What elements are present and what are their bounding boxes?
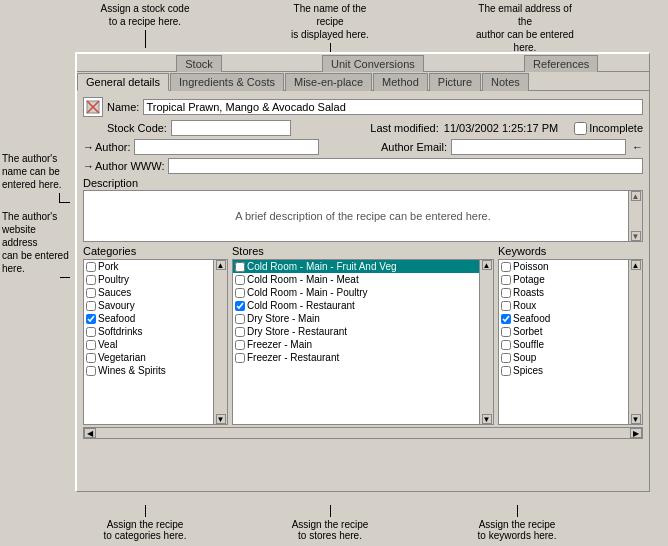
description-scrollbar[interactable]: ▲ ▼	[628, 191, 642, 241]
outer-container: Assign a stock code to a recipe here. Th…	[0, 0, 668, 546]
list-item[interactable]: Savoury	[84, 299, 213, 312]
list-item[interactable]: Sauces	[84, 286, 213, 299]
scroll-up-btn[interactable]: ▲	[631, 191, 641, 201]
author-label: Author:	[95, 141, 130, 153]
list-item[interactable]: Cold Room - Main - Fruit And Veg	[233, 260, 479, 273]
list-item[interactable]: Vegetarian	[84, 351, 213, 364]
stores-scroll-down[interactable]: ▼	[482, 414, 492, 424]
list-item[interactable]: Cold Room - Main - Poultry	[233, 286, 479, 299]
authoremail-arrow: ←	[632, 141, 643, 153]
list-item[interactable]: Dry Store - Main	[233, 312, 479, 325]
lastmodified-text: Last modified: 11/03/2002 1:25:17 PM	[370, 122, 558, 134]
author-row: → Author: Author Email: ←	[83, 139, 643, 155]
list-item[interactable]: Spices	[499, 364, 628, 377]
list-item[interactable]: Veal	[84, 338, 213, 351]
description-placeholder: A brief description of the recipe can be…	[235, 210, 491, 222]
list-item[interactable]: Souffle	[499, 338, 628, 351]
list-item[interactable]: Seafood	[499, 312, 628, 325]
authorwww-row: → Author WWW:	[83, 158, 643, 174]
www-arrow: →	[83, 160, 91, 172]
list-item[interactable]: Freezer - Main	[233, 338, 479, 351]
content-area: Name: Stock Code: Last modified: 11/03/2…	[77, 91, 649, 443]
hscroll-left[interactable]: ◀	[84, 428, 96, 438]
horizontal-scrollbar[interactable]: ◀ ▶	[83, 427, 643, 439]
stockcode-label: Stock Code:	[107, 122, 167, 134]
annotation-categories: Assign the recipe to categories here.	[95, 505, 195, 541]
author-input[interactable]	[134, 139, 319, 155]
list-item[interactable]: Sorbet	[499, 325, 628, 338]
author-arrow: →	[83, 141, 91, 153]
main-panel: Stock Unit Conversions References Genera…	[75, 52, 650, 492]
list-item[interactable]: Cold Room - Restaurant	[233, 299, 479, 312]
incomplete-checkbox[interactable]	[574, 122, 587, 135]
tab-stock[interactable]: Stock	[176, 55, 222, 72]
list-item[interactable]: Poultry	[84, 273, 213, 286]
annotation-stockcode: Assign a stock code to a recipe here.	[95, 2, 195, 48]
name-label: Name:	[107, 101, 139, 113]
three-columns: Categories Pork Poultry Sauces Savoury S…	[83, 245, 643, 425]
scroll-down-btn[interactable]: ▼	[631, 231, 641, 241]
list-item[interactable]: Cold Room - Main - Meat	[233, 273, 479, 286]
top-tab-row: Stock Unit Conversions References	[77, 54, 649, 72]
authoremail-input[interactable]	[451, 139, 626, 155]
tab-generaldetails[interactable]: General details	[77, 73, 169, 91]
list-item[interactable]: Wines & Spirits	[84, 364, 213, 377]
tab-unitconversions[interactable]: Unit Conversions	[322, 55, 424, 72]
annotation-stores: Assign the recipe to stores here.	[275, 505, 385, 541]
name-row: Name:	[83, 97, 643, 117]
keywords-scrollbar[interactable]: ▲ ▼	[628, 260, 642, 424]
list-item[interactable]: Seafood	[84, 312, 213, 325]
list-item[interactable]: Soup	[499, 351, 628, 364]
tab-method[interactable]: Method	[373, 73, 428, 91]
tab-ingredientscosts[interactable]: Ingredients & Costs	[170, 73, 284, 91]
stores-scrollbar[interactable]: ▲ ▼	[479, 260, 493, 424]
authorwww-input[interactable]	[168, 158, 643, 174]
categories-scrollbar[interactable]: ▲ ▼	[213, 260, 227, 424]
bottom-tab-row: General details Ingredients & Costs Mise…	[77, 72, 649, 91]
stores-section: Stores Cold Room - Main - Fruit And Veg …	[232, 245, 494, 425]
keywords-header: Keywords	[498, 245, 643, 257]
list-item[interactable]: Softdrinks	[84, 325, 213, 338]
stores-scroll-up[interactable]: ▲	[482, 260, 492, 270]
list-item[interactable]: Poisson	[499, 260, 628, 273]
cat-scroll-down[interactable]: ▼	[216, 414, 226, 424]
stores-list[interactable]: Cold Room - Main - Fruit And Veg Cold Ro…	[233, 260, 479, 424]
tab-picture[interactable]: Picture	[429, 73, 481, 91]
name-input[interactable]	[143, 99, 643, 115]
description-box: A brief description of the recipe can be…	[83, 190, 643, 242]
tab-references[interactable]: References	[524, 55, 598, 72]
incomplete-label: Incomplete	[589, 122, 643, 134]
description-label: Description	[83, 177, 643, 189]
list-item[interactable]: Roux	[499, 299, 628, 312]
cat-scroll-up[interactable]: ▲	[216, 260, 226, 270]
tab-misenplace[interactable]: Mise-en-place	[285, 73, 372, 91]
annotation-author: The author's name can be entered here.	[2, 152, 70, 203]
list-item[interactable]: Pork	[84, 260, 213, 273]
categories-header: Categories	[83, 245, 228, 257]
kw-scroll-down[interactable]: ▼	[631, 414, 641, 424]
list-item[interactable]: Dry Store - Restaurant	[233, 325, 479, 338]
tab-notes[interactable]: Notes	[482, 73, 529, 91]
hscroll-right[interactable]: ▶	[630, 428, 642, 438]
description-section: Description A brief description of the r…	[83, 177, 643, 242]
authorwww-label: Author WWW:	[95, 160, 164, 172]
categories-list[interactable]: Pork Poultry Sauces Savoury Seafood Soft…	[84, 260, 213, 424]
annotation-keywords: Assign the recipe to keywords here.	[462, 505, 572, 541]
categories-section: Categories Pork Poultry Sauces Savoury S…	[83, 245, 228, 425]
list-item[interactable]: Roasts	[499, 286, 628, 299]
stockcode-row: Stock Code: Last modified: 11/03/2002 1:…	[83, 120, 643, 136]
keywords-section: Keywords Poisson Potage Roasts Roux Seaf…	[498, 245, 643, 425]
annotation-www: The author's website address can be ente…	[2, 210, 70, 278]
stockcode-input[interactable]	[171, 120, 291, 136]
stores-header: Stores	[232, 245, 494, 257]
recipe-icon[interactable]	[83, 97, 103, 117]
keywords-list[interactable]: Poisson Potage Roasts Roux Seafood Sorbe…	[499, 260, 628, 424]
authoremail-label: Author Email:	[381, 141, 447, 153]
list-item[interactable]: Freezer - Restaurant	[233, 351, 479, 364]
kw-scroll-up[interactable]: ▲	[631, 260, 641, 270]
incomplete-checkbox-label[interactable]: Incomplete	[574, 122, 643, 135]
list-item[interactable]: Potage	[499, 273, 628, 286]
